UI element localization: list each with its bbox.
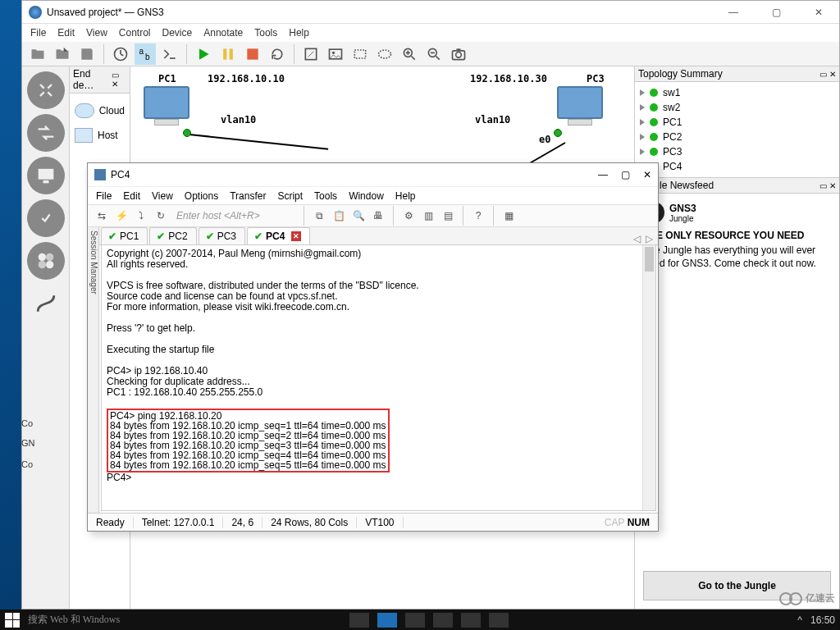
show-labels-icon[interactable]: ab: [135, 43, 156, 65]
pc4-menu-view[interactable]: View: [152, 190, 173, 202]
draw-ellipse-icon[interactable]: [374, 43, 395, 65]
device-host[interactable]: Host: [73, 123, 126, 148]
switches-category-icon[interactable]: [27, 114, 65, 152]
paste-icon[interactable]: 📋: [331, 208, 346, 223]
end-devices-category-icon[interactable]: [27, 157, 65, 194]
maximize-button[interactable]: ▢: [762, 7, 790, 18]
topology-item-sw1[interactable]: sw1: [640, 85, 834, 100]
pc4-titlebar[interactable]: PC4 — ▢ ✕: [88, 163, 658, 186]
session-tab-pc3[interactable]: ✔PC3: [199, 227, 245, 244]
settings-icon[interactable]: ⚙: [401, 208, 416, 223]
menu-control[interactable]: Control: [119, 27, 151, 39]
menu-annotate[interactable]: Annotate: [203, 27, 243, 39]
session-tab-pc1[interactable]: ✔PC1: [101, 227, 148, 244]
terminal-scrollbar[interactable]: [642, 245, 655, 510]
connect-icon[interactable]: ⇆: [94, 208, 109, 223]
pc3-node[interactable]: [557, 86, 603, 126]
expand-icon[interactable]: [640, 148, 645, 155]
reload-icon[interactable]: [267, 43, 288, 65]
session-options-icon[interactable]: ▥: [421, 208, 436, 223]
menu-view[interactable]: View: [86, 27, 107, 39]
taskbar-search[interactable]: 搜索 Web 和 Windows: [28, 613, 120, 627]
menu-help[interactable]: Help: [289, 27, 309, 39]
all-devices-category-icon[interactable]: [27, 242, 65, 280]
pc4-menu-options[interactable]: Options: [185, 190, 218, 202]
session-tab-pc4[interactable]: ✔PC4✕: [247, 227, 310, 244]
topology-header[interactable]: Topology Summary▭ ✕: [635, 66, 839, 82]
pc4-close-button[interactable]: ✕: [643, 169, 651, 180]
pc4-menu-tools[interactable]: Tools: [314, 190, 337, 202]
pc4-menu-window[interactable]: Window: [349, 190, 384, 202]
topology-item-sw2[interactable]: sw2: [640, 100, 834, 115]
new-project-icon[interactable]: [52, 43, 73, 65]
session-manager-tab[interactable]: Session Manager: [88, 227, 99, 513]
menu-file[interactable]: File: [30, 27, 46, 39]
edge-icon[interactable]: [377, 613, 397, 628]
menu-device[interactable]: Device: [162, 27, 193, 39]
session-tab-pc2[interactable]: ✔PC2: [149, 227, 196, 244]
pc4-menu-help[interactable]: Help: [395, 190, 416, 202]
store-icon[interactable]: [433, 613, 453, 628]
open-project-icon[interactable]: [27, 43, 48, 65]
task-view-icon[interactable]: [349, 613, 369, 628]
save-icon[interactable]: [76, 43, 98, 65]
pc4-menu-edit[interactable]: Edit: [123, 190, 140, 202]
console-icon[interactable]: [159, 43, 180, 65]
screenshot-icon[interactable]: [448, 43, 469, 65]
draw-rect-icon[interactable]: [349, 43, 371, 65]
play-icon[interactable]: [193, 43, 214, 65]
close-button[interactable]: ✕: [805, 7, 833, 18]
expand-icon[interactable]: [640, 119, 645, 126]
security-category-icon[interactable]: [27, 199, 65, 237]
topology-item-pc1[interactable]: PC1: [640, 115, 834, 130]
print-icon[interactable]: 🖶: [371, 208, 386, 223]
stop-icon[interactable]: [242, 43, 263, 65]
pc4-maximize-button[interactable]: ▢: [621, 169, 630, 180]
add-link-icon[interactable]: [27, 285, 65, 322]
snapshot-icon[interactable]: [110, 43, 131, 65]
pc4-menu-transfer[interactable]: Transfer: [230, 190, 266, 202]
quick-connect-icon[interactable]: ⚡: [114, 208, 129, 223]
menu-edit[interactable]: Edit: [57, 27, 75, 39]
help-icon[interactable]: ?: [471, 208, 486, 223]
pc4-minimize-button[interactable]: —: [598, 169, 608, 180]
expand-icon[interactable]: [640, 134, 645, 140]
minimize-button[interactable]: —: [719, 7, 747, 18]
find-icon[interactable]: 🔍: [351, 208, 366, 223]
terminal-output[interactable]: Copyright (c) 2007-2014, Paul Meng (mirn…: [102, 245, 642, 510]
start-button[interactable]: [5, 613, 20, 628]
clock[interactable]: 16:50: [810, 614, 835, 626]
pc4-menu-file[interactable]: File: [96, 190, 112, 202]
expand-icon[interactable]: [640, 104, 645, 111]
topology-item-pc2[interactable]: PC2: [640, 130, 834, 144]
dock-header[interactable]: End de…▭ ✕: [70, 66, 130, 94]
app-icon-2[interactable]: [489, 613, 509, 628]
newsfeed-header[interactable]: Jungle Newsfeed▭ ✕: [635, 178, 839, 194]
device-cloud[interactable]: Cloud: [73, 98, 126, 123]
zoom-out-icon[interactable]: [423, 43, 445, 65]
menu-tools[interactable]: Tools: [254, 27, 277, 39]
zoom-in-icon[interactable]: [399, 43, 420, 65]
tab-prev-icon[interactable]: ◁: [633, 233, 641, 244]
tab-next-icon[interactable]: ▷: [646, 233, 653, 244]
view-icon[interactable]: ▤: [441, 208, 455, 223]
expand-icon[interactable]: [640, 89, 645, 96]
explorer-icon[interactable]: [405, 613, 425, 628]
toggle-icon[interactable]: ▦: [501, 208, 516, 223]
app-icon-1[interactable]: [461, 613, 481, 628]
routers-category-icon[interactable]: [27, 71, 65, 109]
disconnect-icon[interactable]: ⤵: [134, 208, 148, 223]
gns3-titlebar[interactable]: Unsaved project* — GNS3 — ▢ ✕: [22, 1, 839, 24]
topology-item-pc4[interactable]: PC4: [640, 159, 834, 174]
copy-icon[interactable]: ⧉: [312, 208, 326, 223]
annotate-rect-icon[interactable]: [300, 43, 322, 65]
windows-taskbar[interactable]: 搜索 Web 和 Windows ^ 16:50: [0, 609, 840, 630]
host-input[interactable]: Enter host <Alt+R>: [173, 210, 296, 221]
insert-image-icon[interactable]: [325, 43, 346, 65]
tab-close-icon[interactable]: ✕: [291, 231, 301, 241]
pc4-menu-script[interactable]: Script: [277, 190, 303, 202]
pause-icon[interactable]: [217, 43, 239, 65]
reconnect-icon[interactable]: ↻: [153, 208, 168, 223]
pc1-node[interactable]: [144, 86, 189, 126]
topology-item-pc3[interactable]: PC3: [640, 144, 834, 159]
